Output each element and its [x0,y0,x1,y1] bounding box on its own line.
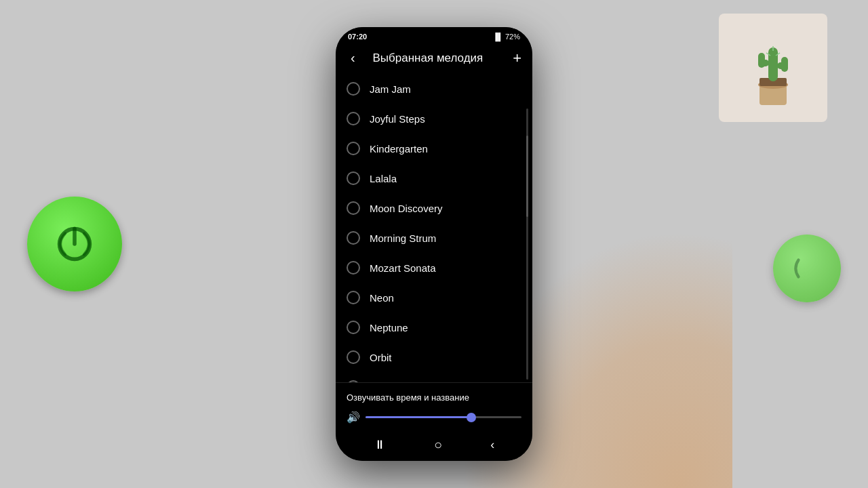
ringtone-list: Jam Jam Joyful Steps Kindergarten Lalala… [336,74,532,382]
ringtone-label-jam-jam: Jam Jam [370,83,411,95]
ringtone-item-neptune[interactable]: Neptune [336,312,532,342]
radio-mozart-sonata[interactable] [347,261,360,274]
radio-orbit[interactable] [347,350,360,364]
volume-slider-thumb[interactable] [467,413,476,422]
ringtone-label-neptune: Neptune [370,322,408,333]
navigation-bar: ⏸ ○ ‹ [336,432,532,461]
radio-morning-strum[interactable] [347,231,360,245]
radio-moon-discovery[interactable] [347,201,360,215]
nav-back-icon[interactable]: ‹ [490,438,494,452]
scrollbar-thumb [526,136,528,217]
ringtone-item-morning-strum[interactable]: Morning Strum [336,223,532,253]
ringtone-item-kindergarten[interactable]: Kindergarten [336,134,532,163]
app-header: ‹ Выбранная мелодия + [336,43,532,74]
ringtone-item-joyful-steps[interactable]: Joyful Steps [336,104,532,134]
volume-icon: 🔊 [347,411,360,424]
phone-screen: 07:20 ▐▌ 72% ‹ Выбранная мелодия + Jam J… [336,27,532,461]
battery-level: 72% [505,33,520,41]
announce-label: Озвучивать время и название [347,392,469,403]
radio-kindergarten[interactable] [347,142,360,155]
radio-neon[interactable] [347,291,360,304]
status-icons: ▐▌ 72% [492,33,520,41]
ringtone-label-lalala: Lalala [370,173,397,184]
back-button[interactable]: ‹ [347,49,359,67]
power-button-left [27,197,122,291]
ringtone-label-kindergarten: Kindergarten [370,143,428,155]
nav-home-icon[interactable]: ○ [434,437,442,453]
volume-row: 🔊 [347,407,521,426]
radio-lalala[interactable] [347,171,360,185]
radio-neptune[interactable] [347,321,360,334]
ringtone-label-mozart-sonata: Mozart Sonata [370,262,436,274]
signal-icon: ▐▌ [492,33,503,41]
status-bar: 07:20 ▐▌ 72% [336,27,532,43]
ringtone-label-joyful-steps: Joyful Steps [370,113,425,125]
ringtone-item-moon-discovery[interactable]: Moon Discovery [336,193,532,223]
phone-device: 07:20 ▐▌ 72% ‹ Выбранная мелодия + Jam J… [336,27,532,461]
radio-joyful-steps[interactable] [347,112,360,125]
radio-jam-jam[interactable] [347,82,360,96]
ringtone-label-morning-strum: Morning Strum [370,232,436,244]
status-time: 07:20 [348,33,367,41]
ringtone-item-jam-jam[interactable]: Jam Jam [336,74,532,104]
announce-toggle-row[interactable]: Озвучивать время и название [347,388,521,407]
power-button-right [773,235,841,302]
ringtone-label-neon: Neon [370,292,394,304]
volume-slider-track[interactable] [366,416,521,418]
ringtone-label-moon-discovery: Moon Discovery [370,203,443,214]
ringtone-item-neon[interactable]: Neon [336,283,532,312]
ringtone-item-orbit[interactable]: Orbit [336,342,532,372]
svg-rect-5 [768,47,778,81]
ringtone-item-lalala[interactable]: Lalala [336,163,532,193]
svg-rect-7 [758,53,765,68]
scrollbar[interactable] [526,108,528,380]
ringtone-label-orbit: Orbit [370,352,392,363]
plant-decoration [719,14,827,122]
volume-slider-fill [366,416,471,418]
ringtone-item-outer-bell[interactable]: Outer Bell [336,372,532,382]
nav-pause-icon[interactable]: ⏸ [374,438,386,452]
add-button[interactable]: + [513,49,521,67]
bottom-section: Озвучивать время и название 🔊 [336,382,532,432]
ringtone-item-mozart-sonata[interactable]: Mozart Sonata [336,253,532,283]
page-title: Выбранная мелодия [359,52,496,65]
svg-rect-9 [781,57,788,72]
